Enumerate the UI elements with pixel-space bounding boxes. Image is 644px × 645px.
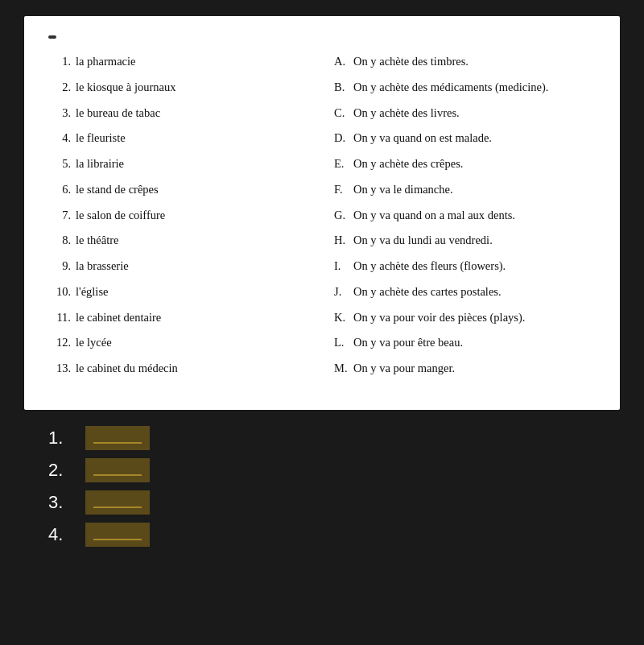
answer-line	[93, 539, 142, 540]
left-list-item: 12.le lycée	[48, 334, 310, 352]
left-list-item: 6.le stand de crêpes	[48, 181, 310, 199]
right-list-item: D.On y va quand on est malade.	[334, 130, 596, 147]
item-label: la pharmacie	[76, 53, 135, 71]
answer-box[interactable]	[85, 458, 150, 482]
right-column: A.On y achète des timbres.B.On y achète …	[326, 53, 596, 386]
right-list-item: F.On y va le dimanche.	[334, 181, 596, 199]
item-number: 1.	[48, 53, 71, 71]
answer-line	[93, 474, 142, 476]
item-number: 13.	[48, 360, 71, 378]
right-list-item: G.On y va quand on a mal aux dents.	[334, 207, 596, 225]
def-letter: H.	[334, 232, 353, 250]
item-label: le stand de crêpes	[76, 181, 159, 199]
right-list-item: J.On y achète des cartes postales.	[334, 283, 596, 301]
exercise-badge	[48, 35, 56, 39]
right-list-item: L.On y va pour être beau.	[334, 334, 596, 352]
def-text: On y achète des fleurs (flowers).	[353, 258, 506, 275]
item-number: 7.	[48, 207, 71, 225]
item-label: le cabinet dentaire	[76, 309, 161, 327]
def-letter: I.	[334, 258, 353, 275]
def-text: On y va du lundi au vendredi.	[353, 232, 493, 250]
answer-box[interactable]	[85, 426, 150, 450]
item-label: le kiosque à journaux	[76, 79, 175, 97]
left-list-item: 10.l'église	[48, 283, 310, 301]
right-list-item: K.On y va pour voir des pièces (plays).	[334, 309, 596, 327]
item-label: le bureau de tabac	[76, 105, 160, 122]
answer-number: 4.	[48, 524, 72, 545]
right-list-item: M.On y va pour manger.	[334, 360, 596, 378]
item-label: le salon de coiffure	[76, 207, 165, 225]
right-list-item: B.On y achète des médicaments (medicine)…	[334, 79, 596, 97]
item-label: le lycée	[76, 334, 112, 352]
def-text: On y achète des cartes postales.	[353, 283, 502, 301]
left-list-item: 13.le cabinet du médecin	[48, 360, 310, 378]
def-text: On y va pour voir des pièces (plays).	[353, 309, 525, 327]
answer-row: 3.	[48, 490, 596, 515]
item-number: 6.	[48, 181, 71, 199]
right-list-item: E.On y achète des crêpes.	[334, 155, 596, 173]
def-text: On y achète des médicaments (medicine).	[353, 79, 548, 97]
answer-box[interactable]	[85, 523, 150, 547]
left-list-item: 3.le bureau de tabac	[48, 105, 310, 122]
answer-row: 2.	[48, 458, 596, 482]
def-letter: A.	[334, 53, 353, 71]
answer-line	[93, 506, 142, 508]
def-text: On y va quand on est malade.	[353, 130, 492, 147]
item-label: la librairie	[76, 155, 124, 173]
item-number: 8.	[48, 232, 71, 250]
def-text: On y va quand on a mal aux dents.	[353, 207, 515, 225]
left-list-item: 8.le théâtre	[48, 232, 310, 250]
def-letter: D.	[334, 130, 353, 147]
exercise-card: 1.la pharmacie2.le kiosque à journaux3.l…	[24, 16, 620, 410]
left-list-item: 9.la brasserie	[48, 258, 310, 275]
def-letter: B.	[334, 79, 353, 97]
item-number: 9.	[48, 258, 71, 275]
def-letter: C.	[334, 105, 353, 122]
left-list-item: 4.le fleuriste	[48, 130, 310, 147]
exercise-header	[48, 35, 596, 39]
def-letter: J.	[334, 283, 353, 301]
right-list-item: I.On y achète des fleurs (flowers).	[334, 258, 596, 275]
item-number: 11.	[48, 309, 71, 327]
item-number: 2.	[48, 79, 71, 97]
answer-box[interactable]	[85, 490, 150, 515]
def-letter: L.	[334, 334, 353, 352]
left-list-item: 2.le kiosque à journaux	[48, 79, 310, 97]
left-list-item: 11.le cabinet dentaire	[48, 309, 310, 327]
item-label: le cabinet du médecin	[76, 360, 178, 378]
left-list-item: 1.la pharmacie	[48, 53, 310, 71]
answer-number: 2.	[48, 460, 72, 481]
right-list-item: A.On y achète des timbres.	[334, 53, 596, 71]
item-label: le théâtre	[76, 232, 119, 250]
left-list-item: 7.le salon de coiffure	[48, 207, 310, 225]
answer-number: 3.	[48, 492, 72, 513]
left-list-item: 5.la librairie	[48, 155, 310, 173]
item-number: 12.	[48, 334, 71, 352]
matching-columns: 1.la pharmacie2.le kiosque à journaux3.l…	[48, 53, 596, 386]
right-list-item: C.On y achète des livres.	[334, 105, 596, 122]
answer-row: 4.	[48, 523, 596, 547]
def-letter: E.	[334, 155, 353, 173]
item-label: la brasserie	[76, 258, 129, 275]
right-list-item: H.On y va du lundi au vendredi.	[334, 232, 596, 250]
def-letter: K.	[334, 309, 353, 327]
def-text: On y achète des livres.	[353, 105, 460, 122]
item-label: l'église	[76, 283, 108, 301]
item-number: 4.	[48, 130, 71, 147]
def-letter: F.	[334, 181, 353, 199]
item-number: 3.	[48, 105, 71, 122]
def-text: On y va pour être beau.	[353, 334, 463, 352]
answer-row: 1.	[48, 426, 596, 450]
answer-line	[93, 442, 142, 444]
left-column: 1.la pharmacie2.le kiosque à journaux3.l…	[48, 53, 326, 386]
item-number: 10.	[48, 283, 71, 301]
def-text: On y achète des timbres.	[353, 53, 469, 71]
def-letter: M.	[334, 360, 353, 378]
def-letter: G.	[334, 207, 353, 225]
answer-section: 1. 2. 3. 4.	[0, 410, 644, 563]
item-label: le fleuriste	[76, 130, 126, 147]
def-text: On y va pour manger.	[353, 360, 455, 378]
item-number: 5.	[48, 155, 71, 173]
answer-number: 1.	[48, 428, 72, 449]
def-text: On y achète des crêpes.	[353, 155, 463, 173]
